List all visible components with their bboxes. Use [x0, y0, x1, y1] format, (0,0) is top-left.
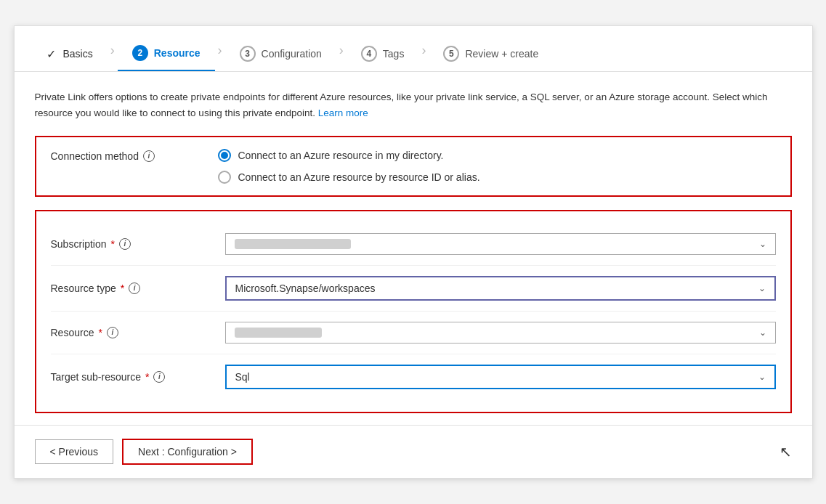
- target-sub-resource-info-icon[interactable]: i: [153, 371, 165, 383]
- tab-sep-1: ›: [110, 43, 115, 67]
- resource-type-control: Microsoft.Synapse/workspaces ⌄: [225, 276, 776, 301]
- resource-required: *: [98, 327, 102, 338]
- tab-basics-label: Basics: [63, 48, 93, 60]
- radio-directory[interactable]: Connect to an Azure resource in my direc…: [218, 149, 480, 162]
- tab-configuration-label: Configuration: [262, 48, 322, 60]
- content-area: Private Link offers options to create pr…: [15, 72, 812, 424]
- tab-bar: ✓ Basics › 2 Resource › 3 Configuration …: [15, 26, 812, 72]
- resource-control: ⌄: [225, 322, 776, 344]
- resource-label: Resource * i: [51, 327, 225, 338]
- target-sub-resource-required: *: [145, 371, 149, 383]
- field-row-resource: Resource * i ⌄: [51, 312, 776, 354]
- resource-type-dropdown[interactable]: Microsoft.Synapse/workspaces ⌄: [225, 276, 776, 301]
- resource-chevron-icon: ⌄: [759, 328, 766, 338]
- next-button[interactable]: Next : Configuration >: [122, 439, 253, 465]
- resource-info-icon[interactable]: i: [107, 327, 118, 338]
- subscription-info-icon[interactable]: i: [119, 238, 131, 250]
- subscription-dropdown[interactable]: ⌄: [225, 233, 776, 255]
- tab-sep-3: ›: [339, 43, 344, 67]
- target-sub-resource-label: Target sub-resource * i: [51, 371, 225, 383]
- tab-configuration-circle: 3: [240, 46, 256, 62]
- field-row-target-sub-resource: Target sub-resource * i Sql ⌄: [51, 354, 776, 400]
- check-icon: ✓: [46, 47, 56, 61]
- resource-dropdown[interactable]: ⌄: [225, 322, 776, 344]
- connection-method-info-icon[interactable]: i: [143, 150, 155, 162]
- subscription-label: Subscription * i: [51, 238, 225, 250]
- tab-sep-4: ›: [421, 43, 426, 67]
- subscription-required: *: [111, 238, 115, 250]
- connection-method-box: Connection method i Connect to an Azure …: [35, 136, 792, 197]
- tab-review-create[interactable]: 5 Review + create: [429, 38, 553, 70]
- tab-resource-circle: 2: [132, 45, 148, 61]
- mouse-cursor-icon: ↖: [780, 443, 792, 460]
- resource-type-info-icon[interactable]: i: [129, 283, 140, 294]
- tab-review-create-label: Review + create: [465, 48, 538, 60]
- tab-configuration[interactable]: 3 Configuration: [225, 38, 336, 70]
- subscription-control: ⌄: [225, 233, 776, 255]
- cursor-area: ↖: [262, 443, 792, 460]
- tab-tags[interactable]: 4 Tags: [347, 38, 419, 70]
- tab-basics[interactable]: ✓ Basics: [32, 40, 108, 70]
- tab-sep-2: ›: [218, 43, 222, 67]
- tab-resource[interactable]: 2 Resource: [118, 38, 215, 71]
- field-row-resource-type: Resource type * i Microsoft.Synapse/work…: [51, 266, 776, 312]
- previous-button[interactable]: < Previous: [35, 439, 114, 464]
- field-row-subscription: Subscription * i ⌄: [51, 223, 776, 266]
- tab-tags-circle: 4: [361, 46, 377, 62]
- main-window: ✓ Basics › 2 Resource › 3 Configuration …: [14, 25, 813, 478]
- resource-fields-box: Subscription * i ⌄ Resource type * i: [35, 210, 792, 413]
- connection-method-label: Connection method i: [51, 150, 196, 162]
- subscription-blurred-value: [235, 239, 351, 249]
- target-sub-resource-dropdown[interactable]: Sql ⌄: [225, 365, 776, 389]
- radio-resource-id[interactable]: Connect to an Azure resource by resource…: [218, 171, 480, 184]
- resource-type-label: Resource type * i: [51, 283, 225, 294]
- footer: < Previous Next : Configuration > ↖: [15, 425, 812, 478]
- description-text: Private Link offers options to create pr…: [35, 89, 792, 121]
- connection-method-options: Connect to an Azure resource in my direc…: [218, 149, 480, 184]
- tab-tags-label: Tags: [383, 48, 405, 60]
- target-sub-resource-chevron-icon: ⌄: [758, 372, 766, 382]
- subscription-chevron-icon: ⌄: [759, 239, 766, 249]
- radio-directory-circle: [218, 149, 231, 162]
- resource-type-chevron-icon: ⌄: [758, 283, 766, 293]
- tab-review-circle: 5: [443, 46, 459, 62]
- target-sub-resource-control: Sql ⌄: [225, 365, 776, 389]
- resource-blurred-value: [235, 328, 322, 338]
- learn-more-link[interactable]: Learn more: [318, 107, 368, 118]
- radio-resource-id-circle: [218, 171, 231, 184]
- tab-resource-label: Resource: [154, 47, 201, 59]
- resource-type-required: *: [121, 283, 124, 294]
